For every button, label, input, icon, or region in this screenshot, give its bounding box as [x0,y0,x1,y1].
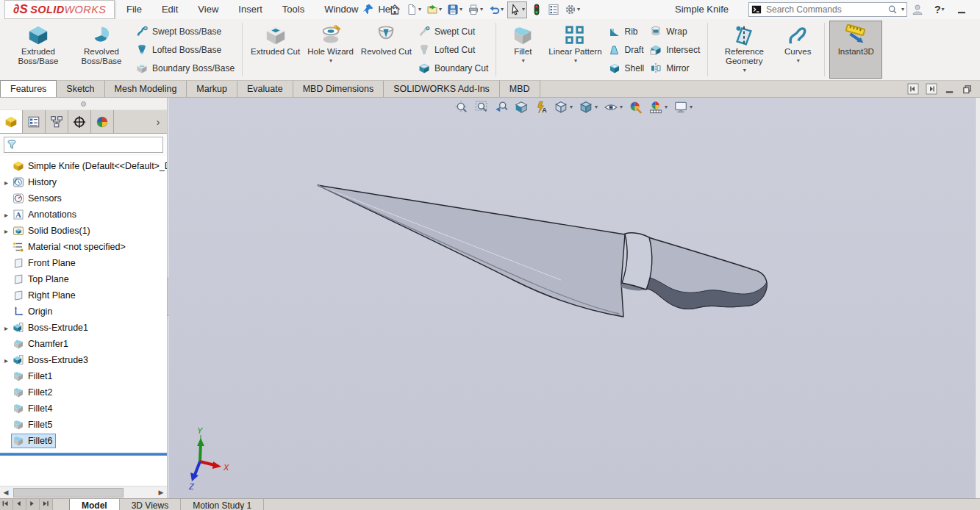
ribbon-button-curves[interactable]: Curves ▾ [776,21,820,79]
tree-item-sensors[interactable]: Sensors [1,190,167,206]
docwindow-collapse-left-button[interactable] [907,83,919,95]
qat-print-button[interactable]: ▾ [466,2,484,18]
pin-menubar-icon[interactable] [362,3,374,15]
dropdown-arrow-icon[interactable]: ▾ [574,58,577,64]
qat-open-button[interactable]: ▾ [425,2,443,18]
ribbon-button-lofted-cut[interactable]: Lofted Cut [418,41,488,59]
ribbon-button-fillet[interactable]: Fillet ▾ [501,21,545,79]
tree-item-chamfer1[interactable]: Chamfer1 [1,336,167,352]
panel-horizontal-scrollbar[interactable]: ◀ ▶ [0,486,167,498]
tree-item-fillet1[interactable]: Fillet1 [1,368,167,384]
ribbon-button-boundary-cut[interactable]: Boundary Cut [418,60,488,77]
panel-splitter-strip[interactable] [0,98,167,110]
dropdown-arrow-icon[interactable]: ▾ [595,104,598,110]
tree-item-top-plane[interactable]: Top Plane [1,271,167,287]
motion-nav-prev-button[interactable] [13,499,26,510]
dropdown-arrow-icon[interactable]: ▾ [418,7,421,12]
tab-solidworks-add-ins[interactable]: SOLIDWORKS Add-Ins [384,80,500,97]
tree-item-right-plane[interactable]: Right Plane [1,287,167,304]
hud-edit-appearance-button[interactable] [629,101,643,114]
ribbon-button-draft[interactable]: Draft [609,41,645,59]
dropdown-arrow-icon[interactable]: ▾ [329,58,332,64]
qat-new-document-button[interactable]: ▾ [404,2,423,18]
titlebar-user-button[interactable] [910,1,925,17]
rollback-bar[interactable] [0,453,167,456]
dropdown-arrow-icon[interactable]: ▾ [577,7,580,12]
dropdown-arrow-icon[interactable]: ▾ [522,58,525,64]
tree-item-front-plane[interactable]: Front Plane [1,255,167,271]
hud-dynamic-annotation-views-button[interactable]: A [534,101,548,114]
hud-display-style-button[interactable]: ▾ [579,101,598,114]
bottom-tab-3d-views[interactable]: 3D Views [120,499,181,510]
qat-save-button[interactable]: ▾ [446,2,464,18]
scrollbar-thumb[interactable] [13,488,124,498]
ribbon-button-revolved-boss-base[interactable]: Revolved Boss/Base [70,21,133,79]
tree-item-history[interactable]: ▸ History [1,174,167,190]
expand-arrow-icon[interactable]: ▸ [1,227,11,235]
ribbon-button-rib[interactable]: Rib [609,23,645,40]
dropdown-arrow-icon[interactable]: ▾ [501,7,504,12]
ribbon-button-hole-wizard[interactable]: Hole Wizard ▾ [304,21,357,79]
hud-zoom-to-area-button[interactable] [475,101,488,114]
menu-insert[interactable]: Insert [238,4,262,15]
tab-mbd-dimensions[interactable]: MBD Dimensions [293,80,385,97]
magnifier-icon[interactable] [887,4,898,15]
docwindow-minimize-button[interactable] [944,84,955,95]
tab-mbd[interactable]: MBD [500,80,540,97]
tree-filter-box[interactable] [4,137,163,153]
menu-tools[interactable]: Tools [282,4,304,15]
ribbon-button-swept-cut[interactable]: Swept Cut [418,23,488,40]
graphics-viewport[interactable]: Y X Z A ▾ ▾ ▾ ▾ ▾ [168,98,975,498]
scroll-right-icon[interactable]: ▶ [155,486,167,498]
motion-nav-next-button[interactable] [26,499,40,510]
expand-arrow-icon[interactable]: ▸ [1,324,11,332]
docwindow-collapse-right-button[interactable] [926,83,937,95]
hud-zoom-to-fit-button[interactable] [455,101,468,114]
dropdown-arrow-icon[interactable]: ▾ [743,68,746,73]
scroll-left-icon[interactable]: ◀ [0,486,12,498]
bottom-tab-model[interactable]: Model [69,499,120,510]
dropdown-arrow-icon[interactable]: ▾ [480,7,483,12]
menu-view[interactable]: View [198,4,218,15]
tree-item-boss-extrude1[interactable]: ▸ Boss-Extrude1 [1,320,167,336]
tree-item-fillet4[interactable]: Fillet4 [1,401,167,417]
hud-section-view-button[interactable] [515,101,528,114]
tree-root[interactable]: Simple Knife (Default<<Default>_Disp [1,158,167,174]
ribbon-button-intersect[interactable]: Intersect [650,41,700,59]
hud-hide-show-items-button[interactable]: ▾ [604,101,623,114]
tree-item-fillet5[interactable]: Fillet5 [1,417,167,433]
docwindow-restore-button[interactable] [962,84,973,95]
search-input[interactable] [765,4,884,15]
hud-apply-scene-button[interactable]: ▾ [649,101,668,114]
qat-select-button[interactable]: ▾ [507,1,527,18]
tree-item-fillet6[interactable]: Fillet6 [1,433,167,449]
tree-item-annotations[interactable]: ▸ A Annotations [1,206,167,223]
splitter-dot-icon[interactable] [81,101,86,107]
ribbon-button-wrap[interactable]: Wrap [650,23,700,40]
motion-nav-last-button[interactable] [40,499,53,510]
ribbon-button-shell[interactable]: Shell [609,60,645,77]
tree-item-solid-bodies-1[interactable]: ▸ Solid Bodies(1) [1,223,167,239]
task-pane-strip[interactable] [975,98,980,498]
ribbon-button-mirror[interactable]: Mirror [650,60,700,77]
knife-model[interactable] [318,185,767,317]
expand-arrow-icon[interactable]: ▸ [1,211,11,219]
qat-traffic-light-button[interactable] [529,2,544,18]
bottom-tab-motion-study-1[interactable]: Motion Study 1 [181,499,264,510]
panel-tab-featuremanager-tree[interactable] [0,110,23,133]
dropdown-arrow-icon[interactable]: ▾ [522,7,525,12]
dropdown-arrow-icon[interactable]: ▾ [665,104,668,110]
panel-tab-propertymanager[interactable] [23,110,46,133]
expand-arrow-icon[interactable]: ▸ [1,356,11,364]
search-dropdown-icon[interactable]: ▾ [901,7,904,12]
dropdown-arrow-icon[interactable]: ▾ [942,7,945,12]
ribbon-button-linear-pattern[interactable]: Linear Pattern ▾ [545,21,605,79]
panel-tab-displaymanager[interactable] [91,110,114,133]
expand-arrow-icon[interactable]: ▸ [1,179,11,187]
titlebar-help-button[interactable]: ? ▾ [933,1,946,17]
motion-nav-first-button[interactable] [0,499,13,510]
tab-markup[interactable]: Markup [187,80,237,97]
panel-tab-dimxpertmanager[interactable] [68,110,91,133]
menu-file[interactable]: File [126,4,142,15]
dropdown-arrow-icon[interactable]: ▾ [620,104,623,110]
